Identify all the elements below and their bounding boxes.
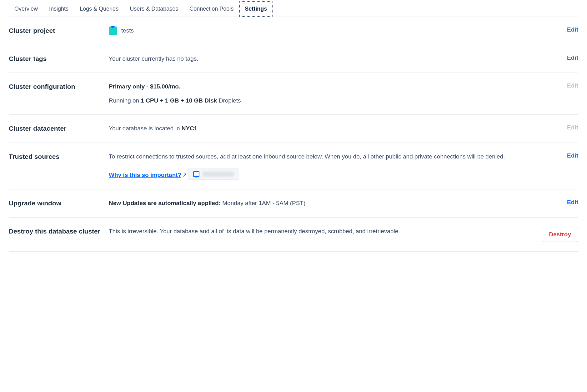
- configuration-running-prefix: Running on: [109, 97, 141, 104]
- edit-cluster-configuration: Edit: [567, 82, 578, 89]
- label-cluster-tags: Cluster tags: [9, 54, 109, 63]
- edit-cluster-tags[interactable]: Edit: [567, 54, 578, 61]
- content-cluster-configuration: Primary only - $15.00/mo. Running on 1 C…: [109, 82, 561, 105]
- content-cluster-datacenter: Your database is located in NYC1: [109, 124, 561, 133]
- configuration-spec: 1 CPU + 1 GB + 10 GB Disk: [141, 97, 217, 104]
- content-cluster-project: tests: [109, 26, 561, 35]
- configuration-plan: Primary only - $15.00/mo.: [109, 83, 180, 90]
- datacenter-location: NYC1: [182, 125, 198, 132]
- tab-connection-pools[interactable]: Connection Pools: [184, 1, 239, 17]
- project-icon: [109, 27, 117, 35]
- edit-trusted-sources[interactable]: Edit: [567, 152, 578, 159]
- tab-users-databases[interactable]: Users & Databases: [124, 1, 184, 17]
- content-trusted-sources: To restrict connections to trusted sourc…: [109, 152, 561, 180]
- why-important-text: Why is this so important?: [109, 171, 181, 180]
- label-cluster-configuration: Cluster configuration: [9, 82, 109, 90]
- content-destroy-cluster: This is irreversible. Your database and …: [109, 227, 535, 236]
- project-name: tests: [121, 26, 134, 35]
- edit-upgrade-window[interactable]: Edit: [567, 199, 578, 206]
- tab-logs-queries[interactable]: Logs & Queries: [74, 1, 124, 17]
- label-cluster-datacenter: Cluster datacenter: [9, 124, 109, 132]
- row-cluster-project: Cluster project tests Edit: [9, 17, 578, 45]
- edit-cluster-datacenter: Edit: [567, 124, 578, 131]
- row-trusted-sources: Trusted sources To restrict connections …: [9, 143, 578, 190]
- upgrade-bold: New Updates are automatically applied:: [109, 200, 221, 206]
- external-link-icon: ↗: [183, 171, 187, 179]
- row-cluster-configuration: Cluster configuration Primary only - $15…: [9, 73, 578, 115]
- label-destroy-cluster: Destroy this database cluster: [9, 227, 109, 235]
- content-cluster-tags: Your cluster currently has no tags.: [109, 54, 561, 63]
- tab-insights[interactable]: Insights: [43, 1, 74, 17]
- trusted-source-chip[interactable]: [188, 168, 238, 180]
- trusted-description: To restrict connections to trusted sourc…: [109, 152, 561, 161]
- edit-cluster-project[interactable]: Edit: [567, 26, 578, 33]
- tab-settings[interactable]: Settings: [239, 1, 273, 17]
- configuration-running-suffix: Droplets: [217, 97, 241, 104]
- upgrade-value: Monday after 1AM - 5AM (PST): [221, 200, 305, 206]
- monitor-icon: [193, 171, 199, 177]
- tab-overview[interactable]: Overview: [9, 1, 43, 17]
- content-upgrade-window: New Updates are automatically applied: M…: [109, 199, 561, 208]
- label-cluster-project: Cluster project: [9, 26, 109, 34]
- destroy-button[interactable]: Destroy: [542, 227, 578, 242]
- row-upgrade-window: Upgrade window New Updates are automatic…: [9, 189, 578, 218]
- datacenter-prefix: Your database is located in: [109, 125, 182, 132]
- label-trusted-sources: Trusted sources: [9, 152, 109, 160]
- row-cluster-datacenter: Cluster datacenter Your database is loca…: [9, 115, 578, 143]
- tabs-nav: Overview Insights Logs & Queries Users &…: [9, 1, 578, 17]
- trusted-source-value: [203, 172, 234, 177]
- why-important-link[interactable]: Why is this so important? ↗: [109, 171, 187, 180]
- row-cluster-tags: Cluster tags Your cluster currently has …: [9, 45, 578, 73]
- row-destroy-cluster: Destroy this database cluster This is ir…: [9, 218, 578, 252]
- label-upgrade-window: Upgrade window: [9, 199, 109, 207]
